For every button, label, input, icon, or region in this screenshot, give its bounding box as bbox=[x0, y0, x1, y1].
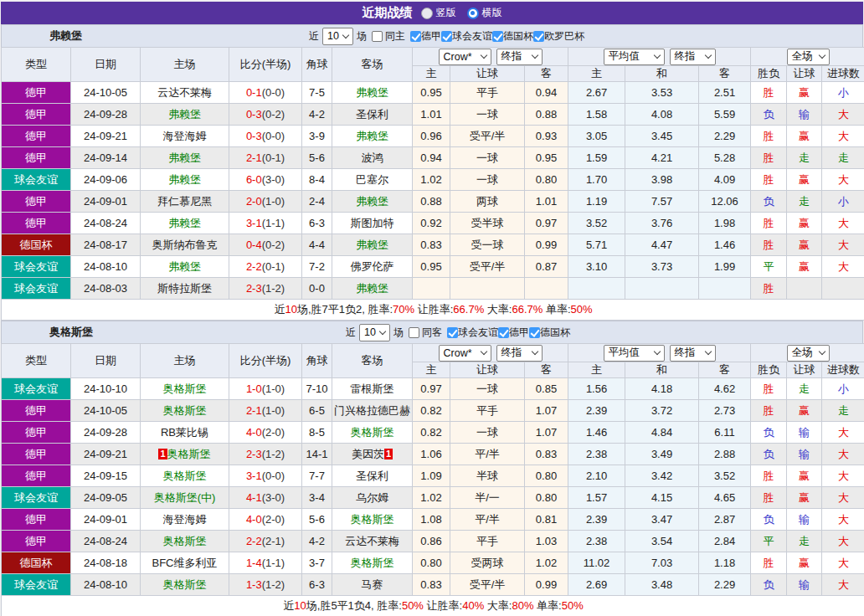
team-name-text[interactable]: 奥格斯堡 bbox=[351, 426, 394, 439]
result-goals: 大 bbox=[822, 465, 864, 487]
match-score[interactable]: 2-1(1-0) bbox=[229, 400, 302, 422]
same-venue-filter[interactable]: 同客 bbox=[409, 326, 442, 340]
match-score[interactable]: 3-1(0-0) bbox=[229, 465, 302, 487]
radio-horizontal[interactable]: 横版 bbox=[467, 6, 502, 20]
corners: 7-7 bbox=[302, 465, 332, 487]
scope-select[interactable]: 全场 bbox=[787, 345, 830, 362]
match-count-select[interactable]: 10 bbox=[359, 324, 390, 341]
team-name-text[interactable]: 弗赖堡 bbox=[356, 239, 388, 251]
team-name-text[interactable]: 奥格斯堡 bbox=[351, 513, 394, 526]
corners: 6-5 bbox=[302, 400, 332, 422]
checkbox-icon[interactable] bbox=[447, 327, 458, 338]
team-name-text[interactable]: 奥格斯堡 bbox=[167, 448, 211, 460]
away-team[interactable]: 弗赖堡 bbox=[332, 191, 413, 213]
result-handicap: 走 bbox=[787, 378, 822, 400]
league-filter[interactable]: 德甲 bbox=[410, 29, 441, 44]
checkbox-icon[interactable] bbox=[372, 31, 383, 42]
league-filter[interactable]: 德国杯 bbox=[492, 29, 533, 44]
team-name-text[interactable]: 奥格斯堡 bbox=[163, 404, 207, 417]
home-team[interactable]: 弗赖堡 bbox=[141, 213, 229, 234]
match-score[interactable]: 0-3(0-0) bbox=[229, 126, 302, 147]
team-name-text[interactable]: 奥格斯堡 bbox=[351, 557, 394, 569]
league-filter[interactable]: 德甲 bbox=[498, 326, 529, 340]
home-team[interactable]: 奥格斯堡 bbox=[141, 378, 229, 400]
match-score[interactable]: 2-3(1-2) bbox=[229, 278, 302, 300]
match-score[interactable]: 1-0(1-0) bbox=[229, 378, 302, 400]
team-name-text[interactable]: 弗赖堡 bbox=[356, 195, 388, 208]
home-team[interactable]: 奥格斯堡(中) bbox=[141, 487, 229, 509]
match-score[interactable]: 2-0(1-0) bbox=[229, 191, 302, 213]
away-team[interactable]: 奥格斯堡 bbox=[332, 422, 413, 444]
avg-select[interactable]: 平均值 bbox=[604, 345, 665, 362]
match-score[interactable]: 4-0(2-0) bbox=[229, 422, 302, 444]
match-score[interactable]: 0-4(0-2) bbox=[229, 234, 302, 256]
home-team[interactable]: 弗赖堡 bbox=[141, 104, 229, 126]
match-score[interactable]: 2-2(2-1) bbox=[229, 531, 302, 552]
home-team[interactable]: 奥格斯堡 bbox=[141, 400, 229, 422]
avg-time-select[interactable]: 终指 bbox=[670, 49, 716, 65]
checkbox-icon[interactable] bbox=[410, 31, 421, 42]
home-team[interactable]: 弗赖堡 bbox=[141, 256, 229, 278]
match-score[interactable]: 0-1(0-0) bbox=[229, 82, 302, 104]
avg-select[interactable]: 平均值 bbox=[604, 49, 665, 65]
away-team[interactable]: 奥格斯堡 bbox=[332, 509, 413, 531]
home-team[interactable]: 奥格斯堡 bbox=[141, 574, 229, 596]
checkbox-icon[interactable] bbox=[409, 327, 419, 338]
bookmaker-select[interactable]: Crow* bbox=[439, 345, 491, 362]
away-team[interactable]: 弗赖堡 bbox=[332, 82, 413, 104]
league-filter[interactable]: 欧罗巴杯 bbox=[533, 29, 584, 44]
match-score[interactable]: 0-3(0-2) bbox=[229, 104, 302, 126]
match-score[interactable]: 2-1(0-1) bbox=[229, 147, 302, 169]
scope-select[interactable]: 全场 bbox=[787, 49, 830, 65]
checkbox-icon[interactable] bbox=[441, 31, 452, 42]
match-score[interactable]: 6-0(3-0) bbox=[229, 169, 302, 191]
league-filter[interactable]: 德国杯 bbox=[529, 326, 570, 340]
league-filter[interactable]: 球会友谊 bbox=[441, 29, 492, 44]
match-score[interactable]: 1-4(1-1) bbox=[229, 552, 302, 574]
away-team[interactable]: 弗赖堡 bbox=[332, 278, 413, 300]
home-team[interactable]: 奥格斯堡 bbox=[141, 465, 229, 487]
team-name-text[interactable]: 奥格斯堡(中) bbox=[154, 491, 216, 504]
odds-time-select[interactable]: 终指 bbox=[496, 49, 543, 65]
team-name-text[interactable]: 弗赖堡 bbox=[356, 282, 388, 295]
match-count-select[interactable]: 10 bbox=[322, 28, 353, 45]
match-score[interactable]: 3-1(1-1) bbox=[229, 213, 302, 234]
match-score[interactable]: 1-3(1-2) bbox=[229, 574, 302, 596]
checkbox-icon[interactable] bbox=[533, 31, 544, 42]
home-team[interactable]: 奥格斯堡 bbox=[141, 531, 229, 552]
radio-icon[interactable] bbox=[421, 8, 433, 19]
away-team[interactable]: 弗赖堡 bbox=[332, 126, 413, 147]
home-team[interactable]: 弗赖堡 bbox=[141, 147, 229, 169]
league-filter[interactable]: 球会友谊 bbox=[447, 326, 498, 340]
checkbox-icon[interactable] bbox=[492, 31, 503, 42]
checkbox-icon[interactable] bbox=[498, 327, 509, 338]
away-team[interactable]: 奥格斯堡 bbox=[332, 552, 413, 574]
team-name-text[interactable]: 弗赖堡 bbox=[168, 108, 201, 121]
avg-home: 3.05 bbox=[568, 126, 625, 147]
home-team[interactable]: 1奥格斯堡 bbox=[141, 444, 229, 465]
match-score[interactable]: 2-3(1-2) bbox=[229, 444, 302, 465]
team-name-text[interactable]: 弗赖堡 bbox=[356, 86, 388, 99]
away-team[interactable]: 弗赖堡 bbox=[332, 234, 413, 256]
team-name-text[interactable]: 奥格斯堡 bbox=[163, 578, 207, 591]
match-score[interactable]: 4-0(2-0) bbox=[229, 509, 302, 531]
team-name-text[interactable]: 弗赖堡 bbox=[168, 173, 201, 186]
team-name-text[interactable]: 弗赖堡 bbox=[356, 130, 388, 142]
team-name-text[interactable]: 弗赖堡 bbox=[168, 260, 201, 273]
same-venue-filter[interactable]: 同主 bbox=[372, 29, 405, 44]
match-score[interactable]: 2-2(0-1) bbox=[229, 256, 302, 278]
team-name-text[interactable]: 奥格斯堡 bbox=[163, 470, 207, 482]
avg-time-select[interactable]: 终指 bbox=[670, 345, 716, 362]
home-team[interactable]: 弗赖堡 bbox=[141, 169, 229, 191]
odds-time-select[interactable]: 终指 bbox=[496, 345, 543, 362]
match-score[interactable]: 4-1(3-0) bbox=[229, 487, 302, 509]
radio-icon[interactable] bbox=[467, 8, 479, 19]
checkbox-icon[interactable] bbox=[529, 327, 540, 338]
team-name-text[interactable]: 奥格斯堡 bbox=[163, 382, 207, 395]
team-name-text[interactable]: 弗赖堡 bbox=[168, 217, 201, 229]
radio-vertical[interactable]: 竖版 bbox=[421, 6, 456, 20]
avg-away: 4.65 bbox=[699, 487, 751, 509]
team-name-text[interactable]: 奥格斯堡 bbox=[163, 535, 207, 547]
team-name-text[interactable]: 弗赖堡 bbox=[168, 151, 201, 164]
bookmaker-select[interactable]: Crow* bbox=[439, 49, 491, 65]
